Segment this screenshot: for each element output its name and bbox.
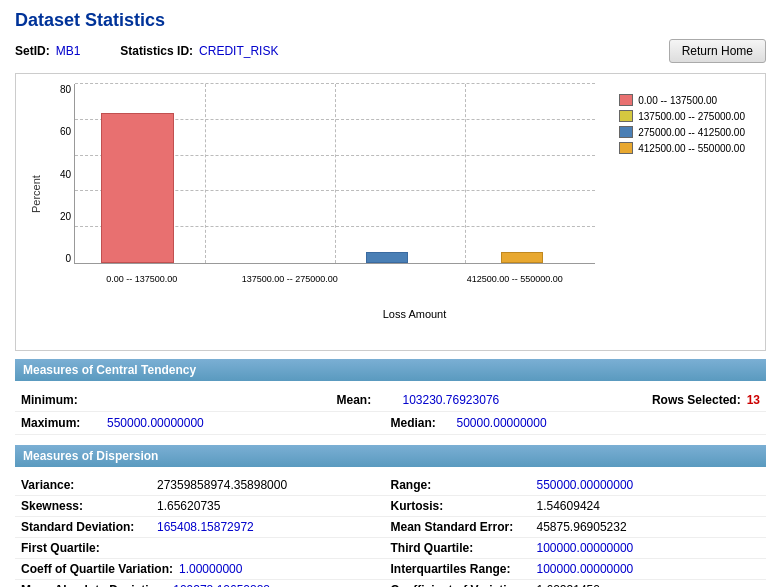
- v-grid-2: [335, 84, 336, 263]
- bar-4: [501, 252, 543, 263]
- y-tick-1: 20: [60, 211, 71, 222]
- disp-row-1: Variance: 27359858974.35898000 Range: 55…: [15, 475, 766, 496]
- ct-row-2: Maximum: 550000.00000000 Median: 50000.0…: [15, 412, 766, 435]
- x-label-1: 0.00 -- 137500.00: [106, 274, 177, 284]
- legend-item-3: 275000.00 -- 412500.00: [619, 126, 745, 138]
- disp-variance: Variance: 27359858974.35898000: [21, 478, 391, 492]
- mean-value: 103230.76923076: [402, 393, 562, 407]
- coeff-variation-value: 1.60231450: [537, 583, 600, 587]
- variance-label: Variance:: [21, 478, 151, 492]
- setid-field: SetID: MB1: [15, 44, 80, 58]
- central-tendency-section: Measures of Central Tendency Minimum: Me…: [15, 359, 766, 435]
- disp-row-4: First Quartile: Third Quartile: 100000.0…: [15, 538, 766, 559]
- legend-color-1: [619, 94, 633, 106]
- chart-container: Percent 0 20 40 60 80: [15, 73, 766, 351]
- disp-mean-std-error: Mean Standard Error: 45875.96905232: [391, 520, 761, 534]
- disp-coeff-quartile: Coeff of Quartile Variation: 1.00000000: [21, 562, 391, 576]
- third-quartile-label: Third Quartile:: [391, 541, 531, 555]
- y-tick-4: 80: [60, 84, 71, 95]
- return-home-button[interactable]: Return Home: [669, 39, 766, 63]
- header-left: SetID: MB1 Statistics ID: CREDIT_RISK: [15, 44, 278, 58]
- disp-interquartiles: Interquartiles Range: 100000.00000000: [391, 562, 761, 576]
- bar-1: [101, 113, 174, 263]
- chart-legend: 0.00 -- 137500.00 137500.00 -- 275000.00…: [619, 94, 745, 158]
- chart-area: Percent 0 20 40 60 80: [26, 84, 755, 304]
- y-tick-3: 60: [60, 126, 71, 137]
- coeff-quartile-value: 1.00000000: [179, 562, 242, 576]
- setid-value: MB1: [56, 44, 81, 58]
- median-value: 50000.00000000: [457, 416, 617, 430]
- ct-mean: Mean: 103230.76923076: [336, 393, 651, 407]
- rows-selected-label: Rows Selected:: [652, 393, 741, 407]
- legend-item-2: 137500.00 -- 275000.00: [619, 110, 745, 122]
- maximum-label: Maximum:: [21, 416, 101, 430]
- third-quartile-value: 100000.00000000: [537, 541, 634, 555]
- legend-label-3: 275000.00 -- 412500.00: [638, 127, 745, 138]
- std-dev-value: 165408.15872972: [157, 520, 254, 534]
- legend-label-2: 137500.00 -- 275000.00: [638, 111, 745, 122]
- interquartiles-label: Interquartiles Range:: [391, 562, 531, 576]
- coeff-quartile-label: Coeff of Quartile Variation:: [21, 562, 173, 576]
- bar-3: [366, 252, 408, 263]
- x-axis-labels: 0.00 -- 137500.00 137500.00 -- 275000.00…: [74, 264, 595, 284]
- disp-row-5: Coeff of Quartile Variation: 1.00000000 …: [15, 559, 766, 580]
- disp-third-quartile: Third Quartile: 100000.00000000: [391, 541, 761, 555]
- legend-label-4: 412500.00 -- 550000.00: [638, 143, 745, 154]
- legend-label-1: 0.00 -- 137500.00: [638, 95, 717, 106]
- maximum-value: 550000.00000000: [107, 416, 267, 430]
- ct-maximum: Maximum: 550000.00000000: [21, 416, 391, 430]
- ct-median: Median: 50000.00000000: [391, 416, 761, 430]
- ct-row-1: Minimum: Mean: 103230.76923076 Rows Sele…: [15, 389, 766, 412]
- header-row: SetID: MB1 Statistics ID: CREDIT_RISK Re…: [15, 39, 766, 63]
- page-title: Dataset Statistics: [15, 10, 766, 31]
- legend-color-3: [619, 126, 633, 138]
- median-label: Median:: [391, 416, 451, 430]
- kurtosis-value: 1.54609424: [537, 499, 600, 513]
- disp-first-quartile: First Quartile:: [21, 541, 391, 555]
- mean-abs-dev-label: Mean Absolute Deviation:: [21, 583, 167, 587]
- disp-mean-abs-dev: Mean Absolute Deviation: 109278.10650888: [21, 583, 391, 587]
- mean-std-error-label: Mean Standard Error:: [391, 520, 531, 534]
- y-axis: 0 20 40 60 80: [46, 84, 74, 264]
- y-tick-2: 40: [60, 169, 71, 180]
- v-grid-1: [205, 84, 206, 263]
- dispersion-header: Measures of Dispersion: [15, 445, 766, 467]
- ct-minimum: Minimum:: [21, 393, 336, 407]
- skewness-value: 1.65620735: [157, 499, 220, 513]
- disp-row-2: Skewness: 1.65620735 Kurtosis: 1.5460942…: [15, 496, 766, 517]
- rows-selected-value: 13: [747, 393, 760, 407]
- plot-box: [74, 84, 595, 264]
- disp-skewness: Skewness: 1.65620735: [21, 499, 391, 513]
- legend-color-4: [619, 142, 633, 154]
- disp-coeff-variation: Coefficient of Variation: 1.60231450: [391, 583, 761, 587]
- disp-range: Range: 550000.00000000: [391, 478, 761, 492]
- disp-row-3: Standard Deviation: 165408.15872972 Mean…: [15, 517, 766, 538]
- interquartiles-value: 100000.00000000: [537, 562, 634, 576]
- statistics-id-value: CREDIT_RISK: [199, 44, 278, 58]
- disp-row-6: Mean Absolute Deviation: 109278.10650888…: [15, 580, 766, 587]
- x-label-2: 137500.00 -- 275000.00: [242, 274, 338, 284]
- x-label-4: 412500.00 -- 550000.00: [467, 274, 563, 284]
- mean-std-error-value: 45875.96905232: [537, 520, 627, 534]
- skewness-label: Skewness:: [21, 499, 151, 513]
- std-dev-label: Standard Deviation:: [21, 520, 151, 534]
- variance-value: 27359858974.35898000: [157, 478, 287, 492]
- setid-label: SetID:: [15, 44, 50, 58]
- mean-label: Mean:: [336, 393, 396, 407]
- y-tick-0: 0: [65, 253, 71, 264]
- minimum-label: Minimum:: [21, 393, 101, 407]
- disp-kurtosis: Kurtosis: 1.54609424: [391, 499, 761, 513]
- statistics-id-field: Statistics ID: CREDIT_RISK: [120, 44, 278, 58]
- coeff-variation-label: Coefficient of Variation:: [391, 583, 531, 587]
- y-axis-label: Percent: [26, 84, 46, 304]
- range-value: 550000.00000000: [537, 478, 634, 492]
- mean-abs-dev-value: 109278.10650888: [173, 583, 270, 587]
- v-grid-3: [465, 84, 466, 263]
- disp-std-dev: Standard Deviation: 165408.15872972: [21, 520, 391, 534]
- dispersion-section: Measures of Dispersion Variance: 2735985…: [15, 445, 766, 587]
- x-axis-title: Loss Amount: [74, 308, 755, 320]
- first-quartile-label: First Quartile:: [21, 541, 151, 555]
- legend-color-2: [619, 110, 633, 122]
- range-label: Range:: [391, 478, 531, 492]
- legend-item-4: 412500.00 -- 550000.00: [619, 142, 745, 154]
